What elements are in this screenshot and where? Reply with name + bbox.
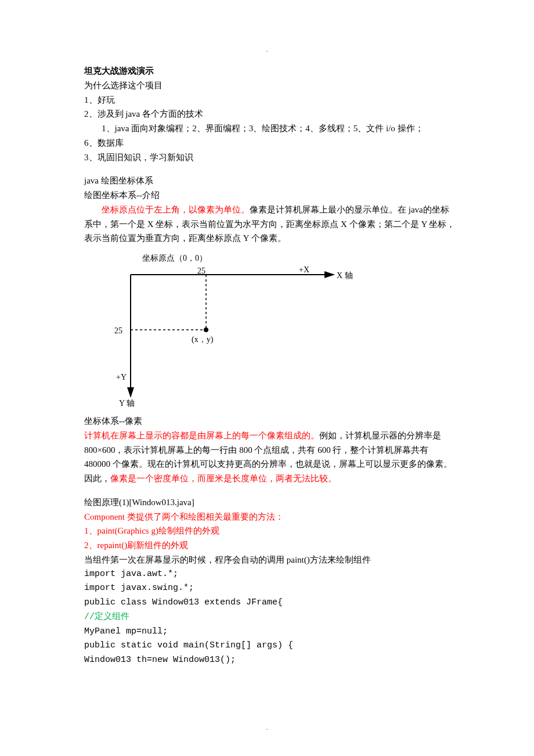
sec3-t1: 当组件第一次在屏幕显示的时候，程序会自动的调用 paint()方法来绘制组件 (84, 553, 456, 567)
sec1-red: 坐标原点位于左上角，以像素为单位。 (102, 205, 250, 214)
title: 坦克大战游戏演示 (84, 64, 456, 78)
code-l1: import java.awt.*; (84, 567, 456, 582)
sec2-para: 计算机在屏幕上显示的容都是由屏幕上的每一个像素组成的。例如，计算机显示器的分辨率… (84, 429, 456, 486)
sec3-r3: 2、repaint()刷新组件的外观 (84, 538, 456, 553)
sec1-para: 坐标原点位于左上角，以像素为单位。像素是计算机屏幕上最小的显示单位。在 java… (84, 203, 456, 246)
sec1-h2: 绘图坐标本系--介绍 (84, 188, 456, 203)
sec3-r1: Component 类提供了两个和绘图相关最重要的方法： (84, 510, 456, 524)
svg-point-4 (204, 327, 208, 332)
diagram-25b: 25 (114, 324, 122, 337)
code-l7: Window013 th=new Window013(); (84, 653, 456, 668)
diagram-yaxis: Y 轴 (119, 397, 135, 410)
diagram-25a: 25 (197, 264, 205, 278)
intro-p2sub2: 6、数据库 (84, 136, 456, 150)
diagram-xy: (x，y) (192, 333, 213, 346)
code-l5: MyPanel mp=null; (84, 625, 456, 639)
code-l4: //定义组件 (84, 610, 456, 625)
code-l3: public class Window013 extends JFrame{ (84, 596, 456, 610)
diagram-origin: 坐标原点（0，0） (142, 251, 207, 265)
code-l2: import javax.swing.*; (84, 581, 456, 596)
diagram-svg (107, 251, 357, 408)
intro-p2: 2、涉及到 java 各个方面的技术 (84, 107, 456, 121)
coord-diagram: 坐标原点（0，0） 25 +X X 轴 25 (x，y) +Y Y 轴 (107, 251, 357, 408)
diagram-xaxis: X 轴 (337, 269, 353, 282)
sec2-r2: 像素是一个密度单位，而厘米是长度单位，两者无法比较。 (110, 474, 337, 483)
document-page: . 坦克大战游戏演示 为什么选择这个项目 1、好玩 2、涉及到 java 各个方… (0, 0, 534, 756)
intro-p3: 3、巩固旧知识，学习新知识 (84, 150, 456, 165)
diagram-plusy: +Y (116, 370, 127, 384)
diagram-plusx: +X (299, 263, 309, 276)
code-l6: public static void main(String[] args) { (84, 639, 456, 653)
sec2-h: 坐标体系--像素 (84, 414, 456, 429)
footer-dot: . (266, 723, 268, 733)
header-dot: . (266, 45, 268, 55)
intro-question: 为什么选择这个项目 (84, 78, 456, 93)
sec3-r2: 1、paint(Graphics g)绘制组件的外观 (84, 524, 456, 538)
intro-p2sub: 1、java 面向对象编程；2、界面编程；3、绘图技术；4、多线程；5、文件 i… (84, 121, 456, 136)
sec1-h1: java 绘图坐标体系 (84, 174, 456, 188)
sec2-r1: 计算机在屏幕上显示的容都是由屏幕上的每一个像素组成的。 (84, 431, 319, 440)
intro-p1: 1、好玩 (84, 93, 456, 107)
sec3-h: 绘图原理(1)[Window013.java] (84, 495, 456, 510)
